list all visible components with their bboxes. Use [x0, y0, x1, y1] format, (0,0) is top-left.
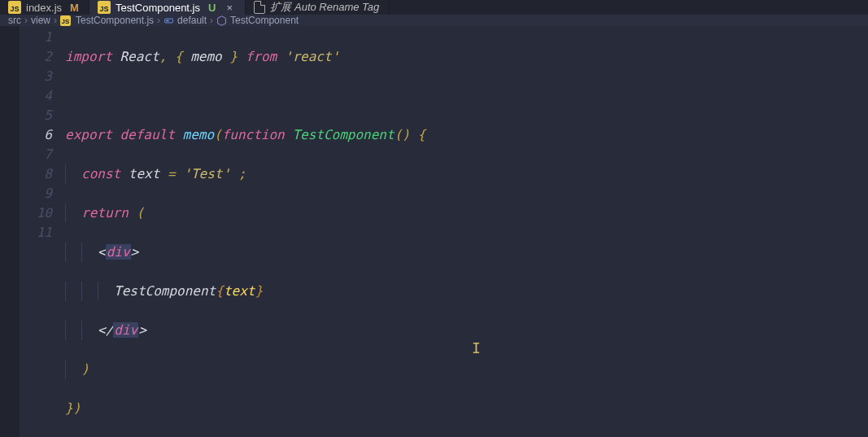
tab-bar: JS index.js M JS TestComponent.js U × 扩展… — [0, 0, 868, 15]
breadcrumb: src › view › JS TestComponent.js › defau… — [0, 15, 868, 26]
js-icon: JS — [60, 15, 71, 26]
chevron-right-icon: › — [24, 15, 28, 26]
chevron-right-icon: › — [210, 15, 213, 26]
tab-label: index.js — [26, 2, 62, 14]
tab-label: TestComponent.js — [116, 2, 200, 14]
code-line: <div> — [65, 243, 868, 262]
breadcrumb-seg[interactable]: TestComponent.js — [76, 15, 154, 26]
code-line: TestComponent{text} — [65, 282, 868, 301]
git-status-m: M — [70, 2, 79, 14]
code-line: import React, { memo } from 'react' — [65, 47, 868, 67]
tab-label: 扩展 Auto Rename Tag — [270, 0, 379, 15]
line-number: 4 — [20, 86, 52, 106]
svg-rect-1 — [166, 20, 168, 21]
breadcrumb-seg[interactable]: default — [177, 15, 207, 26]
line-number: 2 — [20, 47, 52, 67]
code-line: }) — [65, 399, 868, 418]
js-icon: JS — [98, 1, 111, 14]
code-line: return ( — [65, 203, 868, 223]
code-line: ) — [65, 360, 868, 379]
text-cursor-icon: I — [472, 339, 481, 358]
line-number: 11 — [20, 223, 52, 243]
chevron-right-icon: › — [54, 15, 57, 26]
code-line: </div> — [65, 321, 868, 340]
code-area[interactable]: import React, { memo } from 'react' expo… — [65, 26, 868, 437]
line-number: 7 — [20, 145, 52, 164]
component-icon — [216, 15, 227, 26]
line-number: 10 — [20, 203, 52, 223]
js-icon: JS — [8, 1, 21, 14]
line-number: 9 — [20, 184, 52, 203]
line-number: 6 — [20, 125, 52, 145]
line-number: 5 — [20, 106, 52, 125]
line-number-gutter: 1 2 3 4 5 6 7 8 9 10 11 — [20, 26, 65, 437]
chevron-right-icon: › — [157, 15, 160, 26]
symbol-icon — [164, 15, 174, 26]
line-number: 1 — [20, 28, 52, 47]
line-number: 8 — [20, 164, 52, 184]
breadcrumb-seg[interactable]: src — [8, 15, 21, 26]
close-icon[interactable]: × — [224, 2, 235, 13]
code-line — [65, 86, 868, 106]
file-icon — [254, 1, 265, 14]
line-number: 3 — [20, 67, 52, 86]
activity-bar-stub — [0, 26, 20, 437]
tab-extension-auto-rename[interactable]: 扩展 Auto Rename Tag — [246, 0, 390, 15]
code-line: const text = 'Test' ; — [65, 164, 868, 184]
tab-testcomponent-js[interactable]: JS TestComponent.js U × — [89, 0, 246, 15]
tab-index-js[interactable]: JS index.js M — [0, 0, 89, 15]
code-line: export default memo(function TestCompone… — [65, 125, 868, 145]
breadcrumb-seg[interactable]: TestComponent — [230, 15, 299, 26]
breadcrumb-seg[interactable]: view — [31, 15, 50, 26]
editor[interactable]: 1 2 3 4 5 6 7 8 9 10 11 import React, { … — [0, 26, 868, 437]
git-status-u: U — [208, 2, 216, 14]
